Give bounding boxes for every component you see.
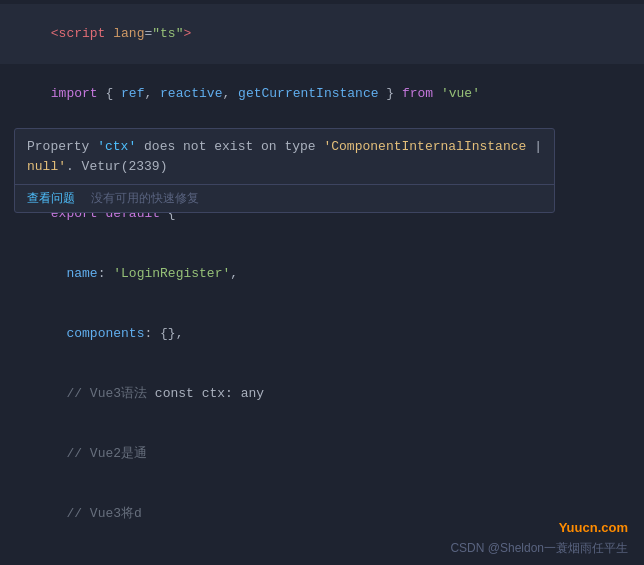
code-line: // Vue3语法 const ctx: any	[0, 364, 644, 424]
code-line: components: {},	[0, 304, 644, 364]
code-line: // Vue3将d	[0, 484, 644, 544]
tooltip-text-line1: Property 'ctx' does not exist on type 'C…	[27, 139, 542, 154]
tooltip-text-line2: null'. Vetur(2339)	[27, 159, 167, 174]
code-line: // Vue2是通	[0, 424, 644, 484]
code-line: import { ref, reactive, getCurrentInstan…	[0, 64, 644, 124]
no-quick-fix-label: 没有可用的快速修复	[91, 190, 199, 207]
watermark: Yuucn.com	[559, 520, 628, 535]
code-editor: <script lang="ts"> import { ref, reactiv…	[0, 0, 644, 565]
code-line: <script lang="ts">	[0, 4, 644, 64]
tooltip-actions: 查看问题 没有可用的快速修复	[15, 185, 554, 212]
footer-text: CSDN @Sheldon一蓑烟雨任平生	[450, 540, 628, 557]
tooltip-message: Property 'ctx' does not exist on type 'C…	[15, 129, 554, 185]
code-line: name: 'LoginRegister',	[0, 244, 644, 304]
view-problem-link[interactable]: 查看问题	[27, 190, 75, 207]
error-tooltip: Property 'ctx' does not exist on type 'C…	[14, 128, 555, 213]
